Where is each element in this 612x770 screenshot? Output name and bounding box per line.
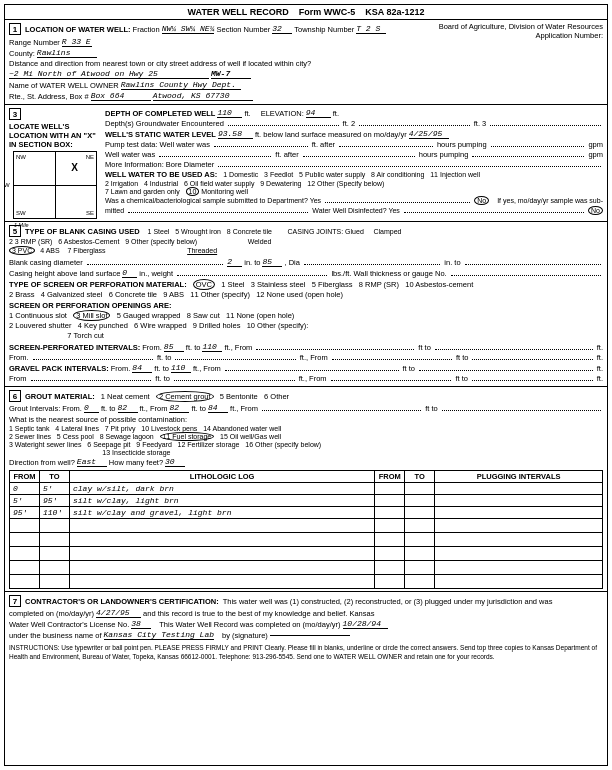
ft-from2: ft., From — [300, 353, 328, 362]
completed-date2: 10/28/94 — [343, 619, 388, 629]
county-label: County: — [9, 49, 35, 58]
grout-ft-to3: ft to — [425, 404, 438, 413]
section-casing: 5 TYPE OF BLANK CASING USED 1 Steel 5 Wr… — [5, 222, 607, 387]
screen-to-label: ft. to — [186, 343, 201, 352]
log-pfrom-1 — [375, 483, 405, 495]
elevation-label: ELEVATION: — [261, 109, 304, 118]
lithologic-log-table: FROM TO LITHOLOGIC LOG FROM TO PLUGGING … — [9, 470, 603, 589]
log-pto-4 — [405, 519, 435, 533]
elevation-value: 94 — [306, 108, 331, 118]
section-location: 1 LOCATION OF WATER WELL: Fraction NW¼ S… — [5, 20, 607, 105]
log-row-1: 0 5' clay w/silt, dark brn — [10, 483, 603, 495]
section-certification: 7 CONTRACTOR'S OR LANDOWNER'S CERTIFICAT… — [5, 592, 607, 663]
ft-label: ft. — [244, 109, 250, 118]
grout-from: 0 — [84, 403, 99, 413]
static-date: 4/25/95 — [409, 129, 449, 139]
disinfected-label: Water Well Disinfected? Yes — [312, 207, 400, 214]
license-value: 38 — [131, 619, 151, 629]
screen-from-label: From. — [142, 343, 162, 352]
log-to-5 — [40, 533, 70, 547]
direction-label: Direction from well? — [9, 458, 75, 467]
log-row-4 — [10, 519, 603, 533]
openings-1: 1 Continuous slot 3 Mill slot 5 Gauged w… — [9, 311, 294, 320]
gravel-to-label: ft. to — [154, 364, 169, 373]
grout-from2: 82 — [169, 403, 189, 413]
log-desc-7 — [70, 561, 375, 575]
grout-to2: 84 — [208, 403, 228, 413]
signature-label: by (signature) — [222, 631, 268, 640]
log-row-2: 5' 95' silt w/clay, light brn — [10, 495, 603, 507]
hours-pumping2: hours pumping — [419, 150, 469, 159]
depth-value: 110 — [217, 108, 242, 118]
distance-label: Distance and direction from nearest town… — [9, 59, 311, 68]
gravel-from1: 84 — [132, 363, 152, 373]
contamination-3: 3 Wateright sewer lines 6 Seepage pit 9 … — [9, 441, 321, 448]
casing-height-label: Casing height above land surface — [9, 269, 120, 278]
log-desc-3: silt w/clay and gravel, light brn — [70, 507, 375, 519]
section7-label: CONTRACTOR'S OR LANDOWNER'S CERTIFICATIO… — [25, 597, 219, 606]
screen-label: TYPE OF SCREEN OR PERFORATION MATERIAL: — [9, 280, 187, 289]
log-header-pfrom: FROM — [375, 471, 405, 483]
page-header: WATER WELL RECORD Form WWC-5 KSA 82a-121… — [5, 5, 607, 20]
log-row-3: 95' 110' silt w/clay and gravel, light b… — [10, 507, 603, 519]
gravel-ft-label2: ft. — [597, 374, 603, 383]
ft-label2: ft. — [597, 343, 603, 352]
water-well-record-page: WATER WELL RECORD Form WWC-5 KSA 82a-121… — [4, 4, 608, 766]
casing-types: 1 Steel 5 Wrought iron 8 Concrete tile C… — [148, 228, 402, 235]
log-pto-2 — [405, 495, 435, 507]
well-water-label: Well water was — [105, 150, 155, 159]
business-value: Kansas City Testing Lab — [104, 630, 214, 640]
grout-ft-to: ft. to — [101, 404, 116, 413]
completed-value: 4/27/95 — [96, 608, 141, 618]
well-id: MW-7 — [211, 69, 251, 79]
log-desc-8 — [70, 575, 375, 589]
log-from-2: 5' — [10, 495, 40, 507]
log-header-log: LITHOLOGIC LOG — [70, 471, 375, 483]
gravel-from-label: From. — [111, 364, 131, 373]
if-yes: If yes, mo/day/yr sample was sub- — [497, 197, 603, 204]
signature-value — [270, 635, 350, 636]
board-label: Board of Agriculture, Division of Water … — [423, 22, 603, 31]
contamination-4: 13 Insecticide storage — [9, 449, 170, 456]
screen-from1: 85 — [164, 342, 184, 352]
business-label: under the business name of — [9, 631, 102, 640]
log-pfrom-2 — [375, 495, 405, 507]
gpm2: gpm — [588, 150, 603, 159]
log-desc-2: silt w/clay, light brn — [70, 495, 375, 507]
log-from-7 — [10, 561, 40, 575]
grout-ft-label: ft., From — [230, 404, 258, 413]
log-plugging-8 — [435, 575, 603, 589]
gravel-ft-to2: ft to — [455, 374, 468, 383]
dia-label: , Dia — [284, 258, 299, 267]
screen-types: OVC 1 Steel 3 Stainless steel 5 Fibergla… — [193, 280, 474, 289]
township-value: T 2 S — [356, 24, 386, 34]
grout-ft-from2: ft., From — [140, 404, 168, 413]
log-pto-3 — [405, 507, 435, 519]
log-plugging-6 — [435, 547, 603, 561]
ft3-label: ft. 3 — [474, 119, 487, 128]
owner-value: Rawlins County Hwy Dept. — [121, 80, 241, 90]
depth-label: DEPTH OF COMPLETED WELL — [105, 109, 215, 118]
log-row-6 — [10, 547, 603, 561]
log-to-6 — [40, 547, 70, 561]
use-1: 1 Domestic 3 Feedlot 5 Public water supp… — [223, 171, 480, 178]
log-header-from: FROM — [10, 471, 40, 483]
section-number-label: Section Number — [216, 25, 270, 34]
log-from-5 — [10, 533, 40, 547]
openings-label: SCREEN OR PERFORATION OPENINGS ARE: — [9, 301, 172, 310]
disinfected-no: No — [588, 206, 603, 215]
log-plugging-7 — [435, 561, 603, 575]
screen-types2: 2 Brass 4 Galvanized steel 6 Concrete ti… — [9, 290, 343, 299]
log-from-6 — [10, 547, 40, 561]
log-pto-7 — [405, 561, 435, 575]
direction-value: East — [77, 457, 107, 467]
in-to1: in. to — [244, 258, 260, 267]
section3-label: LOCATE WELL'S LOCATION WITH AN "X" IN SE… — [9, 122, 99, 149]
header-ksa: KSA 82a-1212 — [365, 7, 424, 17]
contamination-1: 1 Septic tank 4 Lateral lines 7 Pit priv… — [9, 425, 281, 432]
ft-after2: ft. after — [275, 150, 298, 159]
how-many-value: 30 — [165, 457, 185, 467]
log-header-plugging: PLUGGING INTERVALS — [435, 471, 603, 483]
openings-2: 2 Louvered shutter 4 Key punched 6 Wire … — [9, 321, 308, 330]
screen-from2-label: From. — [9, 353, 29, 362]
